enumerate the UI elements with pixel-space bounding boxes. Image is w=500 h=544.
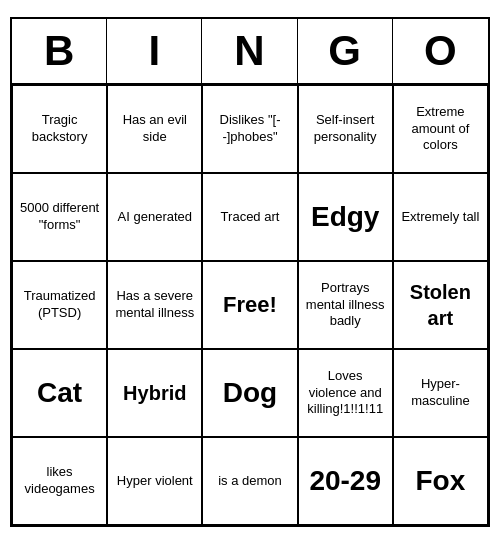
bingo-cell-10: Traumatized (PTSD) <box>12 261 107 349</box>
bingo-cell-8: Edgy <box>298 173 393 261</box>
bingo-cell-9: Extremely tall <box>393 173 488 261</box>
bingo-cell-5: 5000 different "forms" <box>12 173 107 261</box>
bingo-cell-14: Stolen art <box>393 261 488 349</box>
bingo-letter-g: G <box>298 19 393 83</box>
bingo-cell-12: Free! <box>202 261 297 349</box>
bingo-letter-b: B <box>12 19 107 83</box>
bingo-cell-18: Loves violence and killing!1!!1!11 <box>298 349 393 437</box>
bingo-cell-23: 20-29 <box>298 437 393 525</box>
bingo-cell-7: Traced art <box>202 173 297 261</box>
bingo-letter-i: I <box>107 19 202 83</box>
bingo-cell-17: Dog <box>202 349 297 437</box>
bingo-card: BINGO Tragic backstoryHas an evil sideDi… <box>10 17 490 527</box>
bingo-cell-21: Hyper violent <box>107 437 202 525</box>
bingo-grid: Tragic backstoryHas an evil sideDislikes… <box>12 85 488 525</box>
bingo-header: BINGO <box>12 19 488 85</box>
bingo-cell-19: Hyper-masculine <box>393 349 488 437</box>
bingo-cell-0: Tragic backstory <box>12 85 107 173</box>
bingo-cell-22: is a demon <box>202 437 297 525</box>
bingo-cell-11: Has a severe mental illness <box>107 261 202 349</box>
bingo-cell-13: Portrays mental illness badly <box>298 261 393 349</box>
bingo-cell-15: Cat <box>12 349 107 437</box>
bingo-letter-n: N <box>202 19 297 83</box>
bingo-cell-24: Fox <box>393 437 488 525</box>
bingo-cell-1: Has an evil side <box>107 85 202 173</box>
bingo-cell-2: Dislikes "[--]phobes" <box>202 85 297 173</box>
bingo-cell-6: AI generated <box>107 173 202 261</box>
bingo-letter-o: O <box>393 19 488 83</box>
bingo-cell-4: Extreme amount of colors <box>393 85 488 173</box>
bingo-cell-16: Hybrid <box>107 349 202 437</box>
bingo-cell-3: Self-insert personality <box>298 85 393 173</box>
bingo-cell-20: likes videogames <box>12 437 107 525</box>
